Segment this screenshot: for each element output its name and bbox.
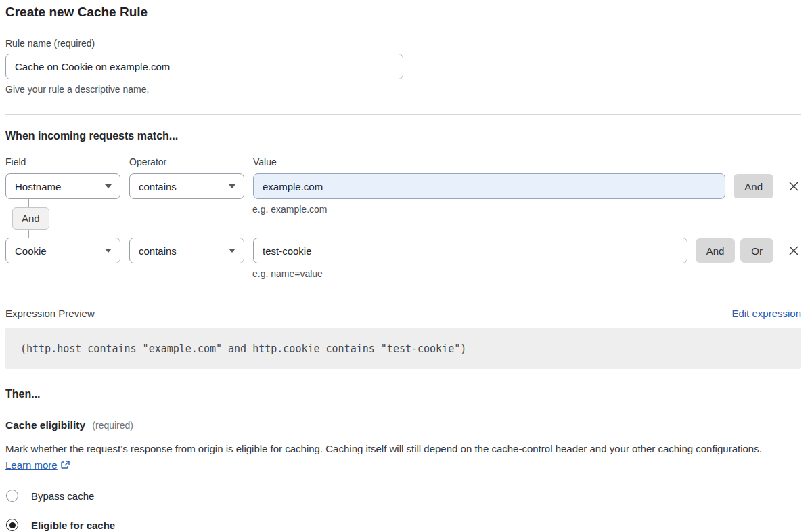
field-select[interactable]: Cookie [5, 238, 120, 263]
radio-dot [9, 522, 16, 528]
create-cache-rule-page: Create new Cache Rule Rule name (require… [0, 0, 812, 531]
condition-row-2: Cookie contains And Or [5, 238, 801, 263]
and-button[interactable]: And [734, 174, 773, 198]
required-note: (required) [92, 420, 133, 431]
value-column-label: Value [253, 156, 277, 167]
field-select-value: Cookie [15, 245, 47, 257]
value-input[interactable] [253, 173, 725, 199]
chevron-down-icon [229, 249, 235, 253]
field-select[interactable]: Hostname [5, 173, 120, 199]
radio-unselected-icon[interactable] [6, 490, 18, 502]
expression-code-block: (http.host contains "example.com" and ht… [5, 328, 801, 369]
learn-more-link[interactable]: Learn more [5, 459, 58, 471]
value-helper-text: e.g. example.com [252, 204, 328, 215]
cache-eligibility-title: Cache eligibility [5, 419, 85, 431]
expression-code: (http.host contains "example.com" and ht… [20, 343, 466, 355]
operator-select[interactable]: contains [129, 173, 244, 199]
rule-name-helper: Give your rule a descriptive name. [5, 84, 801, 95]
field-select-value: Hostname [15, 181, 61, 192]
rule-name-input[interactable] [5, 54, 403, 79]
chevron-down-icon [229, 184, 235, 188]
close-icon [788, 180, 800, 192]
radio-selected-icon[interactable] [6, 519, 18, 531]
cache-eligibility-description: Mark whether the request’s response from… [5, 441, 789, 473]
radio-label: Bypass cache [31, 490, 94, 502]
operator-select-value: contains [139, 245, 177, 257]
condition-row-1: Hostname contains And [5, 173, 801, 199]
close-icon [788, 245, 800, 257]
then-heading: Then... [5, 388, 801, 400]
radio-label: Eligible for cache [31, 519, 115, 531]
external-link-icon [60, 460, 70, 470]
connector-and-button[interactable]: And [12, 207, 49, 230]
remove-condition-button[interactable] [786, 243, 801, 258]
value-helper-text: e.g. name=value [252, 268, 801, 279]
value-input[interactable] [253, 238, 687, 263]
expression-header: Expression Preview Edit expression [5, 307, 801, 319]
field-column-label: Field [5, 156, 129, 167]
chevron-down-icon [105, 249, 112, 253]
operator-select[interactable]: contains [129, 238, 244, 263]
operator-column-label: Operator [129, 156, 253, 167]
operator-select-value: contains [139, 181, 177, 192]
radio-option-bypass-cache[interactable]: Bypass cache [5, 490, 801, 502]
page-title: Create new Cache Rule [5, 4, 801, 20]
section-divider [5, 114, 801, 115]
column-labels: Field Operator Value [5, 156, 801, 167]
edit-expression-link[interactable]: Edit expression [731, 307, 801, 319]
row-connector-area: And e.g. example.com [5, 199, 801, 238]
description-text: Mark whether the request’s response from… [5, 443, 762, 454]
match-heading: When incoming requests match... [5, 130, 801, 142]
and-button[interactable]: And [696, 238, 736, 263]
cache-eligibility-heading: Cache eligibility (required) [5, 419, 801, 431]
radio-option-eligible-for-cache[interactable]: Eligible for cache [5, 519, 801, 531]
chevron-down-icon [105, 184, 112, 188]
rule-name-label: Rule name (required) [5, 38, 801, 49]
remove-condition-button[interactable] [786, 179, 801, 194]
or-button[interactable]: Or [740, 238, 773, 263]
expression-preview-label: Expression Preview [5, 307, 95, 319]
